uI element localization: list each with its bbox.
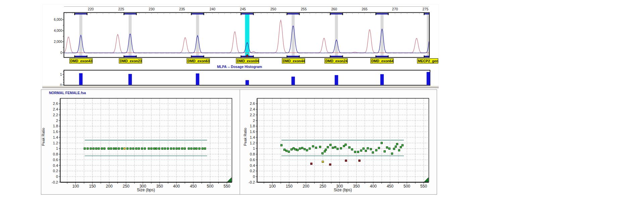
svg-text:500: 500 xyxy=(207,184,213,188)
svg-text:2.2: 2.2 xyxy=(53,113,58,117)
svg-text:200: 200 xyxy=(106,184,113,188)
svg-text:2: 2 xyxy=(253,118,255,122)
svg-text:0.2: 0.2 xyxy=(53,169,58,173)
svg-text:0.6: 0.6 xyxy=(53,157,58,161)
svg-text:0: 0 xyxy=(253,175,255,179)
svg-text:DMD_exon64: DMD_exon64 xyxy=(371,59,393,63)
svg-text:1.8: 1.8 xyxy=(53,124,58,128)
svg-text:DMD_exon24: DMD_exon24 xyxy=(325,59,347,63)
svg-text:DMD_exon63: DMD_exon63 xyxy=(187,59,210,63)
svg-text:0.6: 0.6 xyxy=(250,157,255,161)
svg-text:150: 150 xyxy=(89,184,96,188)
svg-text:260: 260 xyxy=(331,7,337,11)
svg-text:1.8: 1.8 xyxy=(250,124,255,128)
svg-text:0: 0 xyxy=(60,51,62,55)
svg-text:Peak Ratio: Peak Ratio xyxy=(41,128,45,146)
svg-text:2.2: 2.2 xyxy=(250,113,255,117)
svg-text:2,000: 2,000 xyxy=(54,40,62,44)
svg-text:275: 275 xyxy=(423,7,429,11)
svg-text:-0.2: -0.2 xyxy=(249,180,255,184)
svg-text:400: 400 xyxy=(370,184,377,188)
svg-text:100: 100 xyxy=(72,184,79,188)
svg-text:2.4: 2.4 xyxy=(53,107,58,111)
svg-text:2.6: 2.6 xyxy=(250,102,255,106)
svg-text:230: 230 xyxy=(149,7,155,11)
svg-text:250: 250 xyxy=(319,184,326,188)
svg-text:400: 400 xyxy=(173,184,180,188)
svg-text:350: 350 xyxy=(156,184,163,188)
svg-text:200: 200 xyxy=(303,184,309,188)
svg-text:1.4: 1.4 xyxy=(250,135,255,139)
svg-text:250: 250 xyxy=(123,184,129,188)
svg-text:DMD_exon43: DMD_exon43 xyxy=(70,59,93,63)
svg-text:225: 225 xyxy=(118,7,124,11)
svg-text:550: 550 xyxy=(420,184,427,188)
svg-text:270: 270 xyxy=(392,7,398,11)
svg-text:1.6: 1.6 xyxy=(53,130,58,134)
svg-text:1.2: 1.2 xyxy=(53,141,58,145)
svg-text:4,000: 4,000 xyxy=(54,29,62,32)
svg-text:2.4: 2.4 xyxy=(250,107,255,111)
svg-text:0.8: 0.8 xyxy=(53,152,58,156)
svg-text:1.2: 1.2 xyxy=(250,141,255,145)
svg-text:450: 450 xyxy=(387,184,393,188)
svg-text:1.6: 1.6 xyxy=(250,130,255,134)
svg-text:245: 245 xyxy=(240,7,246,11)
svg-text:0.4: 0.4 xyxy=(53,163,58,167)
svg-text:250: 250 xyxy=(270,7,276,11)
svg-text:6,000: 6,000 xyxy=(54,18,62,21)
svg-text:350: 350 xyxy=(353,184,360,188)
svg-text:500: 500 xyxy=(404,184,410,188)
svg-text:-0.2: -0.2 xyxy=(52,180,58,184)
svg-text:0.4: 0.4 xyxy=(250,163,255,167)
svg-text:DMD_exon23: DMD_exon23 xyxy=(120,59,142,63)
svg-text:220: 220 xyxy=(88,7,94,11)
svg-text:265: 265 xyxy=(362,7,368,11)
svg-text:1.4: 1.4 xyxy=(53,135,58,139)
svg-text:1: 1 xyxy=(60,73,62,76)
svg-text:100: 100 xyxy=(269,184,276,188)
svg-text:Peak Ratio: Peak Ratio xyxy=(243,128,247,146)
svg-text:Size (bps): Size (bps) xyxy=(334,188,352,192)
svg-text:150: 150 xyxy=(286,184,292,188)
svg-text:1: 1 xyxy=(56,146,58,150)
svg-text:Size (bps): Size (bps) xyxy=(137,188,155,192)
svg-text:DMD_exon04: DMD_exon04 xyxy=(237,59,259,63)
svg-text:550: 550 xyxy=(223,184,230,188)
svg-text:235: 235 xyxy=(179,7,185,11)
svg-text:NORMAL FEMALE.fsa: NORMAL FEMALE.fsa xyxy=(49,90,86,94)
svg-text:0.2: 0.2 xyxy=(250,169,255,173)
svg-text:2.6: 2.6 xyxy=(53,102,58,106)
svg-text:240: 240 xyxy=(210,7,216,11)
svg-text:1: 1 xyxy=(253,146,255,150)
svg-text:0.8: 0.8 xyxy=(250,152,255,156)
svg-text:2: 2 xyxy=(56,118,58,122)
svg-text:255: 255 xyxy=(301,7,307,11)
svg-text:DMD_exon44: DMD_exon44 xyxy=(283,59,305,63)
svg-text:0: 0 xyxy=(56,175,58,179)
svg-text:MLPA -- Dosage Histogram: MLPA -- Dosage Histogram xyxy=(217,65,262,69)
svg-text:MECP2_gen: MECP2_gen xyxy=(418,59,438,63)
svg-text:450: 450 xyxy=(190,184,197,188)
